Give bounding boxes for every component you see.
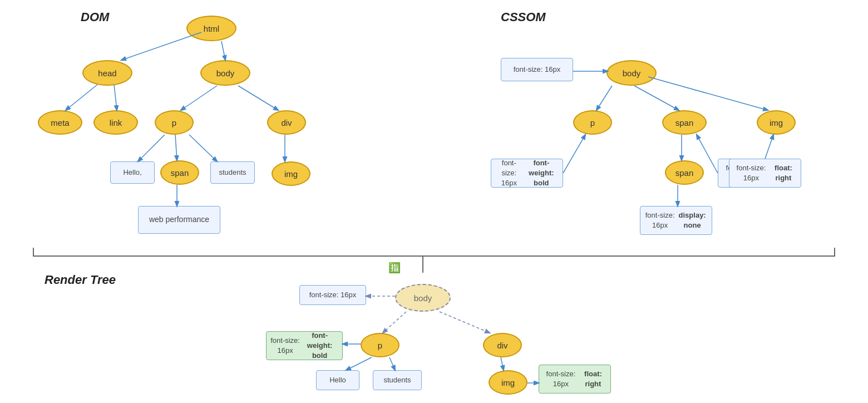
dom-p-node: p (155, 110, 194, 135)
svg-line-8 (189, 135, 217, 161)
arrows-svg (0, 0, 868, 403)
dom-body-node: body (200, 60, 250, 86)
cssom-css-img-node: font-size: 16pxfloat: right (729, 159, 801, 188)
dom-html-node: html (186, 16, 236, 41)
cssom-css-span-inner-node: font-size: 16pxdisplay: none (640, 206, 712, 235)
svg-line-5 (238, 86, 278, 110)
render-hello-node: Hello (316, 370, 359, 390)
render-css-p-node: font-size: 16pxfont-weight: bold (266, 331, 343, 360)
cssom-css-p-node: font-size: 16pxfont-weight: bold (491, 159, 563, 188)
svg-line-13 (634, 86, 679, 110)
dom-webperf-node: web performance (138, 206, 220, 234)
svg-line-27 (501, 357, 504, 370)
cssom-img-node: img (757, 110, 796, 135)
svg-line-3 (114, 85, 117, 110)
dom-title: DOM (81, 10, 109, 24)
svg-line-12 (596, 86, 612, 110)
cssom-title: CSSOM (501, 10, 546, 24)
dom-students-node: students (210, 161, 255, 184)
dom-div-node: div (267, 110, 306, 135)
render-css-img-node: font-size: 16pxfloat: right (539, 365, 611, 394)
render-body-node: body (395, 284, 451, 312)
ime-icon: 🈯 (388, 262, 401, 274)
svg-line-4 (181, 86, 217, 110)
svg-line-7 (175, 135, 177, 160)
svg-line-22 (383, 312, 406, 333)
render-p-node: p (361, 333, 400, 357)
svg-line-14 (648, 77, 768, 110)
svg-line-15 (563, 135, 585, 173)
svg-line-2 (66, 85, 97, 110)
dom-meta-node: meta (38, 110, 82, 135)
svg-line-0 (121, 32, 201, 60)
svg-line-18 (765, 135, 773, 159)
svg-line-6 (138, 135, 165, 161)
dom-span-node: span (160, 160, 199, 185)
render-css-body-node: font-size: 16px (299, 285, 366, 305)
dom-head-node: head (82, 60, 132, 86)
diagram-container: DOM CSSOM Render Tree html body head p d… (0, 0, 868, 403)
dom-hello-node: Hello, (110, 161, 155, 184)
render-img-node: img (489, 370, 527, 395)
svg-line-25 (346, 357, 372, 370)
cssom-span-inner-node: span (665, 160, 704, 185)
render-title: Render Tree (45, 273, 116, 287)
svg-line-26 (389, 357, 395, 370)
cssom-css-body-node: font-size: 16px (501, 58, 573, 81)
dom-img-node: img (272, 161, 310, 186)
cssom-span-node: span (662, 110, 707, 135)
render-div-node: div (483, 333, 522, 357)
svg-line-1 (221, 41, 225, 60)
svg-line-23 (440, 312, 490, 333)
render-students-node: students (373, 370, 422, 390)
cssom-p-node: p (573, 110, 612, 135)
dom-link-node: link (93, 110, 138, 135)
cssom-body-node: body (606, 60, 657, 86)
